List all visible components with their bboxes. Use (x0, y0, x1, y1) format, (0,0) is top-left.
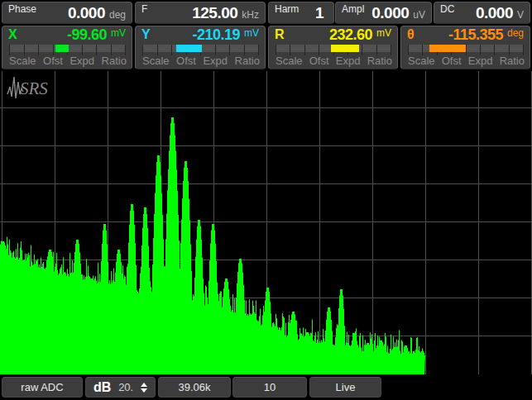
bottom-bar: raw ADC dB 20. 39.06k 10 Live (0, 374, 532, 400)
phase-unit: deg (109, 9, 126, 21)
channel-r-offset-indicator (331, 45, 360, 52)
channel-r-offset-slider[interactable] (276, 45, 391, 52)
amplitude-value: 0.000 (371, 4, 409, 22)
dc-offset-value: 0.000 (476, 4, 513, 22)
channel-y-expd-button[interactable]: Expd (203, 55, 228, 67)
channel-y-value: -210.19 (151, 26, 240, 43)
amplitude-label: Ampl (342, 3, 364, 15)
channel-box-x[interactable]: X -99.60 mV ScaleOfstExpdRatio (2, 26, 132, 69)
channel-x-ofst-button[interactable]: Ofst (43, 55, 63, 67)
channel-r-ofst-button[interactable]: Ofst (309, 55, 329, 67)
srs-logo: SRS (6, 74, 57, 104)
channel-y-scale-button[interactable]: Scale (142, 55, 170, 67)
channel-y-label: Y (141, 26, 151, 43)
channel-y-unit: mV (244, 27, 259, 40)
channel-x-label: X (8, 26, 17, 43)
span-label: 39.06k (178, 381, 210, 393)
span-button[interactable]: 39.06k (158, 377, 231, 398)
channel-r-expd-button[interactable]: Expd (336, 55, 361, 67)
live-label: Live (336, 381, 356, 393)
channel-r-scale-button[interactable]: Scale (276, 55, 303, 67)
harmonic-label: Harm (275, 3, 299, 15)
dc-offset-readout-box[interactable]: DC 0.000V (434, 2, 530, 24)
channel-x-offset-slider[interactable] (9, 45, 125, 52)
source-button[interactable]: raw ADC (2, 377, 83, 398)
svg-text:SRS: SRS (20, 79, 48, 98)
channel-theta-value: -115.355 (415, 26, 503, 43)
instrument-screen: Phase 0.000deg F 125.00kHz Harm 1 Ampl 0… (0, 0, 532, 400)
frequency-unit: kHz (242, 9, 259, 21)
dc-offset-unit: V (517, 9, 524, 21)
channel-x-scale-button[interactable]: Scale (9, 55, 36, 67)
down-arrow-icon (141, 388, 147, 393)
phase-label: Phase (8, 3, 36, 15)
amplitude-readout-box[interactable]: Ampl 0.000uV (335, 2, 432, 24)
frequency-readout-box[interactable]: F 125.00kHz (135, 2, 266, 24)
channel-x-expd-button[interactable]: Expd (69, 55, 94, 67)
channel-theta-scale-button[interactable]: Scale (408, 55, 435, 67)
spectrum-canvas (0, 71, 532, 374)
harmonic-value: 1 (315, 4, 324, 22)
channel-theta-unit: deg (507, 27, 524, 40)
frequency-value: 125.00 (192, 4, 237, 22)
db-value: 20. (118, 381, 133, 393)
channel-box-r[interactable]: R 232.60 mV ScaleOfstExpdRatio (268, 26, 398, 69)
phase-readout-box[interactable]: Phase 0.000deg (2, 2, 132, 24)
dc-offset-label: DC (440, 3, 454, 15)
db-scale-control[interactable]: dB 20. (85, 377, 156, 398)
channel-box-y[interactable]: Y -210.19 mV ScaleOfstExpdRatio (135, 26, 266, 69)
frequency-label: F (141, 3, 147, 15)
channel-x-offset-indicator (55, 45, 69, 52)
averages-button[interactable]: 10 (232, 377, 307, 398)
harmonic-readout-box[interactable]: Harm 1 (268, 2, 334, 24)
phase-value: 0.000 (68, 4, 105, 22)
channel-r-value: 232.60 (285, 26, 372, 43)
live-button[interactable]: Live (309, 377, 381, 398)
channel-theta-offset-indicator (429, 45, 466, 52)
channel-r-unit: mV (376, 27, 391, 40)
channel-r-ratio-button[interactable]: Ratio (367, 55, 392, 67)
up-arrow-icon (141, 383, 147, 387)
channel-theta-label: θ (407, 26, 415, 43)
db-label: dB (93, 380, 111, 395)
channel-r-label: R (275, 26, 285, 43)
channel-y-offset-slider[interactable] (142, 45, 258, 52)
channel-y-offset-indicator (176, 45, 203, 52)
source-label: raw ADC (21, 381, 63, 393)
channel-theta-offset-slider[interactable] (408, 45, 523, 52)
averages-label: 10 (264, 381, 276, 393)
channel-theta-expd-button[interactable]: Expd (468, 55, 493, 67)
amplitude-unit: uV (413, 9, 425, 21)
channel-x-ratio-button[interactable]: Ratio (102, 55, 127, 67)
channel-x-value: -99.60 (17, 26, 107, 43)
spinner-icon[interactable] (141, 383, 147, 393)
channel-theta-ratio-button[interactable]: Ratio (500, 55, 525, 67)
channel-x-unit: mV (111, 27, 126, 40)
spectrum-plot: SRS (0, 71, 532, 374)
channel-theta-ofst-button[interactable]: Ofst (442, 55, 462, 67)
channel-y-ofst-button[interactable]: Ofst (176, 55, 196, 67)
channel-box-theta[interactable]: θ -115.355 deg ScaleOfstExpdRatio (400, 26, 530, 69)
channel-y-ratio-button[interactable]: Ratio (235, 55, 260, 67)
